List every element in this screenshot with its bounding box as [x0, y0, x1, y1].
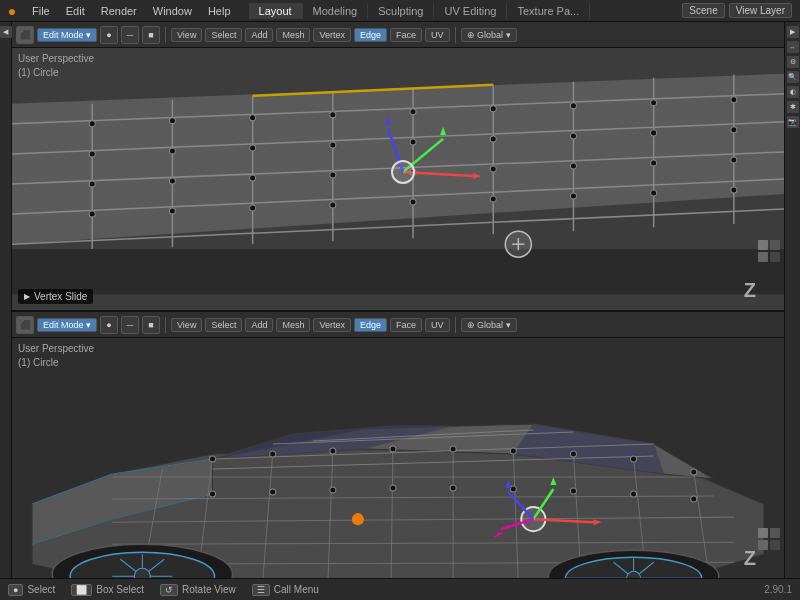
bottom-btn-view[interactable]: View [171, 318, 202, 332]
svg-point-38 [250, 175, 256, 181]
top-viewport-canvas[interactable]: User Perspective (1) Circle Vertex Slide… [12, 48, 784, 310]
bottom-mesh-display-faces[interactable]: ■ [142, 316, 160, 334]
sidebar-icon-camera[interactable]: 📷 [787, 116, 799, 128]
bottom-viewport-canvas[interactable]: User Perspective (1) Circle Z [12, 338, 784, 600]
viewports: ⬛ Edit Mode ▾ ● ─ ■ View Select Add Mesh… [12, 22, 784, 600]
statusbar: ● Select ⬜ Box Select ↺ Rotate View ☰ Ca… [0, 578, 800, 600]
bottom-btn-uv[interactable]: UV [425, 318, 450, 332]
svg-point-20 [250, 115, 256, 121]
bottom-btn-edge[interactable]: Edge [354, 318, 387, 332]
sidebar-icon-arrow[interactable]: ▶ [787, 26, 799, 38]
sidebar-icon-modifier[interactable]: ✱ [787, 101, 799, 113]
menu-edit[interactable]: Edit [58, 3, 93, 19]
bottom-viewport-toolbar: ⬛ Edit Mode ▾ ● ─ ■ View Select Add Mesh… [12, 312, 784, 338]
view-layer-dropdown[interactable]: View Layer [729, 3, 792, 18]
svg-point-121 [510, 486, 516, 492]
menu-render[interactable]: Render [93, 3, 145, 19]
right-sidebar: ▶ ↔ ⚙ 🔍 ◐ ✱ 📷 [784, 22, 800, 600]
svg-point-45 [89, 211, 95, 217]
svg-point-30 [330, 142, 336, 148]
sidebar-icon-settings[interactable]: ⚙ [787, 56, 799, 68]
sidebar-expand[interactable]: ◀ [0, 26, 12, 38]
svg-point-41 [490, 166, 496, 172]
svg-point-116 [210, 491, 216, 497]
bottom-btn-mesh[interactable]: Mesh [276, 318, 310, 332]
svg-point-44 [731, 157, 737, 163]
btn-edge[interactable]: Edge [354, 28, 387, 42]
svg-point-115 [691, 469, 697, 475]
bottom-btn-add[interactable]: Add [245, 318, 273, 332]
bottom-viewport-info: User Perspective (1) Circle [18, 342, 94, 370]
btn-select[interactable]: Select [205, 28, 242, 42]
svg-point-19 [169, 118, 175, 124]
box-select-label: Box Select [96, 584, 144, 595]
svg-point-28 [169, 148, 175, 154]
top-viewport-info: User Perspective (1) Circle [18, 52, 94, 80]
svg-point-48 [330, 202, 336, 208]
svg-point-37 [169, 178, 175, 184]
top-object-name: (1) Circle [18, 66, 94, 80]
tab-uv-editing[interactable]: UV Editing [434, 3, 507, 19]
tab-texture-paint[interactable]: Texture Pa... [507, 3, 590, 19]
scene-dropdown[interactable]: Scene [682, 3, 724, 18]
bottom-btn-face[interactable]: Face [390, 318, 422, 332]
btn-add[interactable]: Add [245, 28, 273, 42]
mesh-display-faces[interactable]: ■ [142, 26, 160, 44]
svg-point-24 [570, 103, 576, 109]
mesh-display-edges[interactable]: ─ [121, 26, 139, 44]
btn-vertex[interactable]: Vertex [313, 28, 351, 42]
btn-view[interactable]: View [171, 28, 202, 42]
top-nav-cube[interactable] [758, 240, 780, 280]
svg-point-39 [330, 172, 336, 178]
svg-point-112 [510, 448, 516, 454]
svg-point-110 [390, 446, 396, 452]
bottom-sep1 [165, 317, 166, 333]
tab-sculpting[interactable]: Sculpting [368, 3, 434, 19]
svg-point-119 [390, 485, 396, 491]
sidebar-icon-render[interactable]: ◐ [787, 86, 799, 98]
bottom-btn-vertex[interactable]: Vertex [313, 318, 351, 332]
bottom-btn-select[interactable]: Select [205, 318, 242, 332]
status-select: ● Select [8, 584, 55, 596]
edit-mode-dropdown[interactable]: Edit Mode ▾ [37, 28, 97, 42]
menu-window[interactable]: Window [145, 3, 200, 19]
viewport-top[interactable]: ⬛ Edit Mode ▾ ● ─ ■ View Select Add Mesh… [12, 22, 784, 312]
transform-global[interactable]: ⊕ Global ▾ [461, 28, 517, 42]
bottom-mesh-display-verts[interactable]: ● [100, 316, 118, 334]
svg-point-109 [330, 448, 336, 454]
tab-modeling[interactable]: Modeling [303, 3, 369, 19]
svg-point-42 [570, 163, 576, 169]
menu-help[interactable]: Help [200, 3, 239, 19]
svg-point-123 [631, 491, 637, 497]
svg-point-108 [270, 451, 276, 457]
svg-point-122 [570, 488, 576, 494]
left-sidebar: ◀ [0, 22, 12, 600]
bottom-sep2 [455, 317, 456, 333]
btn-uv[interactable]: UV [425, 28, 450, 42]
svg-point-47 [250, 205, 256, 211]
mesh-display-verts[interactable]: ● [100, 26, 118, 44]
sidebar-icon-transform[interactable]: ↔ [787, 41, 799, 53]
bottom-mode-icon[interactable]: ⬛ [16, 316, 34, 334]
svg-point-124 [691, 496, 697, 502]
svg-point-120 [450, 485, 456, 491]
viewport-bottom[interactable]: ⬛ Edit Mode ▾ ● ─ ■ View Select Add Mesh… [12, 312, 784, 600]
bottom-axis-z: Z [744, 547, 756, 570]
bottom-edit-mode-dropdown[interactable]: Edit Mode ▾ [37, 318, 97, 332]
rotate-label: Rotate View [182, 584, 236, 595]
bottom-object-name: (1) Circle [18, 356, 94, 370]
scene-selector: Scene View Layer [682, 3, 800, 18]
top-viewport-mesh [12, 48, 784, 310]
btn-mesh[interactable]: Mesh [276, 28, 310, 42]
menu-file[interactable]: File [24, 3, 58, 19]
tab-layout[interactable]: Layout [249, 3, 303, 19]
svg-point-107 [210, 456, 216, 462]
bottom-mesh-display-edges[interactable]: ─ [121, 316, 139, 334]
mode-icon[interactable]: ⬛ [16, 26, 34, 44]
btn-face[interactable]: Face [390, 28, 422, 42]
svg-point-21 [330, 112, 336, 118]
sidebar-icon-search[interactable]: 🔍 [787, 71, 799, 83]
bottom-transform-global[interactable]: ⊕ Global ▾ [461, 318, 517, 332]
box-select-key: ⬜ [71, 584, 92, 596]
bottom-nav-cube[interactable] [758, 528, 780, 568]
